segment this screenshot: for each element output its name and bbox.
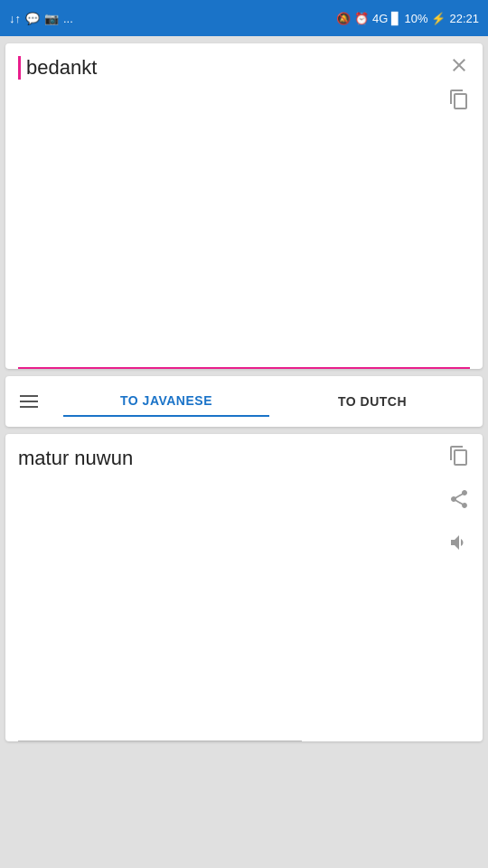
alarm-icon: ⏰ [354, 12, 369, 25]
tabs-bar: TO JAVANESE TO DUTCH [5, 376, 483, 427]
main-content: bedankt TO JAVANESE TO DUTCH matur nuwun [0, 36, 488, 749]
menu-line-3 [20, 406, 38, 408]
signal-4g: 4G [372, 12, 388, 25]
input-card: bedankt [5, 43, 483, 369]
tab-to-javanese[interactable]: TO JAVANESE [63, 386, 269, 417]
copy-button[interactable] [448, 445, 470, 472]
camera-icon: 📷 [44, 12, 59, 25]
tab-to-dutch[interactable]: TO DUTCH [269, 387, 475, 416]
clock: 22:21 [449, 12, 479, 25]
menu-line-2 [20, 401, 38, 402]
output-underline [18, 741, 302, 742]
dots-icon: ... [63, 12, 73, 25]
charging-icon: ⚡ [431, 12, 446, 25]
status-left-icons: ↓↑ 💬 📷 ... [9, 12, 73, 25]
signal-bars: ▊ [391, 12, 400, 25]
menu-button[interactable] [13, 388, 45, 415]
clear-button[interactable] [448, 54, 470, 81]
clipboard-button[interactable] [448, 89, 470, 116]
menu-line-1 [20, 395, 38, 397]
output-text: matur nuwun [18, 447, 133, 469]
status-bar: ↓↑ 💬 📷 ... 🔕 ⏰ 4G ▊ 10% ⚡ 22:21 [0, 0, 488, 36]
input-underline [18, 367, 470, 370]
whatsapp-icon: 💬 [25, 12, 40, 25]
notification-icon: ↓↑ [9, 12, 21, 25]
sound-button[interactable] [448, 532, 470, 559]
mute-icon: 🔕 [336, 12, 351, 25]
input-text[interactable]: bedankt [18, 56, 97, 80]
battery-level: 10% [404, 12, 427, 25]
share-button[interactable] [448, 488, 470, 515]
status-right-info: 🔕 ⏰ 4G ▊ 10% ⚡ 22:21 [336, 12, 479, 25]
output-card: matur nuwun [5, 434, 483, 741]
